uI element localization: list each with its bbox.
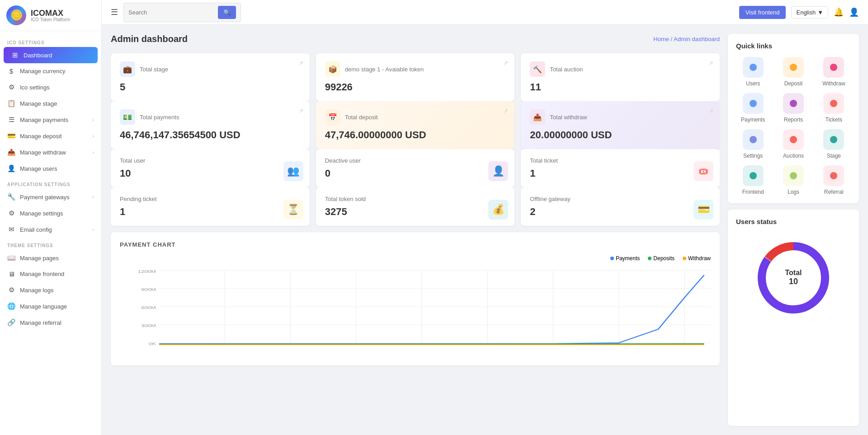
card-right-icon: ⏳ — [283, 200, 303, 220]
quick-link-label-tickets: Tickets — [826, 117, 843, 123]
card-header: 📦 demo stage 1 - Avaiable token — [325, 61, 506, 77]
nav-arrow-icon: › — [93, 227, 94, 232]
svg-text:10: 10 — [789, 277, 798, 286]
stat-card-offline-gateway[interactable]: Offline gateway 2 💳 — [521, 187, 720, 226]
nav-label-ico-settings: Ico settings — [20, 84, 50, 91]
quick-link-label-payments: Payments — [741, 117, 765, 123]
quick-link-logs[interactable]: Logs — [776, 165, 810, 195]
quick-links-title: Quick links — [736, 42, 851, 50]
quick-link-referral[interactable]: Referral — [817, 165, 851, 195]
quick-links-card: Quick links Users Deposit Withdraw — [728, 34, 859, 203]
logo-icon: 🪙 — [6, 5, 26, 25]
sidebar-item-manage-logs[interactable]: ⚙ Manage logs — [0, 282, 101, 298]
card-value: 20.00000000 USD — [530, 129, 711, 141]
stat-card-total-auction[interactable]: 🔨 Total auction 11 ↗ — [521, 53, 720, 101]
nav-icon-dashboard: ⊞ — [11, 51, 19, 59]
card-label: demo stage 1 - Avaiable token — [345, 66, 424, 73]
nav-icon-manage-currency: $ — [7, 67, 15, 75]
card-icon: 💵 — [120, 109, 135, 125]
svg-point-21 — [750, 100, 757, 107]
quick-link-payments[interactable]: Payments — [736, 93, 770, 123]
quick-link-label-stage: Stage — [827, 153, 841, 159]
stat-card-total-deposit[interactable]: 📅 Total deposit 47,746.00000000 USD ↗ — [316, 101, 515, 149]
sidebar-item-manage-settings[interactable]: ⚙ Manage settings — [0, 205, 101, 221]
stat-card-total-ticket[interactable]: Total ticket 1 🎟 — [521, 149, 720, 187]
quick-link-tickets[interactable]: Tickets — [817, 93, 851, 123]
stat-card-total-payments[interactable]: 💵 Total payments 46,746,147.35654500 USD… — [111, 101, 310, 149]
quick-link-icon-auctions — [783, 129, 804, 150]
quick-link-users[interactable]: Users — [736, 57, 770, 87]
svg-point-20 — [830, 64, 837, 71]
sidebar-item-manage-deposit[interactable]: 💳 Manage deposit › — [0, 128, 101, 144]
sidebar: 🪙 ICOMAX ICO Token Platform ICO SETTINGS… — [0, 0, 102, 435]
legend-item-deposits: Deposits — [648, 255, 675, 262]
user-profile-icon[interactable]: 👤 — [849, 7, 859, 17]
sidebar-item-manage-frontend[interactable]: 🖥 Manage frontend — [0, 266, 101, 282]
language-selector[interactable]: English ▼ — [791, 6, 828, 19]
nav-label-manage-currency: Manage currency — [20, 68, 65, 75]
nav-label-manage-stage: Manage stage — [20, 100, 57, 107]
quick-link-deposit[interactable]: Deposit — [776, 57, 810, 87]
quick-link-stage[interactable]: Stage — [817, 129, 851, 159]
search-button[interactable]: 🔍 — [218, 6, 236, 19]
quick-link-label-referral: Referral — [824, 189, 844, 195]
sidebar-item-manage-pages[interactable]: 📖 Manage pages — [0, 250, 101, 266]
chart-title: PAYMENT CHART — [120, 241, 711, 248]
quick-link-frontend[interactable]: Frontend — [736, 165, 770, 195]
stat-card-total-withdraw[interactable]: 📤 Total withdraw 20.00000000 USD ↗ — [521, 101, 720, 149]
nav-label-manage-language: Manage language — [20, 303, 67, 310]
hamburger-icon[interactable]: ☰ — [111, 7, 118, 17]
card-header: 📤 Total withdraw — [530, 109, 711, 125]
svg-point-28 — [790, 172, 797, 179]
svg-text:1200M: 1200M — [138, 269, 156, 274]
stat-card-pending-ticket[interactable]: Pending ticket 1 ⏳ — [111, 187, 310, 226]
legend-item-payments: Payments — [610, 255, 640, 262]
card-value: 99226 — [325, 81, 506, 93]
quick-link-label-users: Users — [746, 80, 760, 87]
stat-card-demo-stage-1---avaia[interactable]: 📦 demo stage 1 - Avaiable token 99226 ↗ — [316, 53, 515, 101]
stats-container: 💼 Total stage 5 ↗ 📦 demo stage 1 - Avaia… — [111, 53, 720, 226]
nav-icon-manage-withdraw: 📤 — [7, 148, 15, 156]
nav-label-manage-referral: Manage referral — [20, 319, 61, 326]
card-header: 💵 Total payments — [120, 109, 301, 125]
nav-label-manage-frontend: Manage frontend — [20, 271, 64, 277]
stat-card-total-stage[interactable]: 💼 Total stage 5 ↗ — [111, 53, 310, 101]
svg-text:0K: 0K — [149, 341, 156, 346]
sidebar-item-manage-stage[interactable]: 📋 Manage stage — [0, 95, 101, 112]
search-input[interactable] — [128, 9, 214, 16]
card-value: 46,746,147.35654500 USD — [120, 129, 301, 141]
sidebar-item-ico-settings[interactable]: ⚙ Ico settings — [0, 79, 101, 95]
card-arrow-icon: ↗ — [298, 60, 303, 66]
payment-chart-card: PAYMENT CHART PaymentsDepositsWithdraw — [111, 232, 720, 365]
sidebar-item-manage-payments[interactable]: ☰ Manage payments › — [0, 112, 101, 128]
quick-link-settings[interactable]: Settings — [736, 129, 770, 159]
nav-icon-manage-users: 👤 — [7, 164, 15, 173]
quick-link-icon-logs — [783, 165, 804, 186]
sidebar-item-manage-withdraw[interactable]: 📤 Manage withdraw › — [0, 144, 101, 160]
card-header: 🔨 Total auction — [530, 61, 711, 77]
stat-card-total-user[interactable]: Total user 10 👥 — [111, 149, 310, 187]
nav-icon-payment-gateways: 🔧 — [7, 193, 15, 201]
chart-legend: PaymentsDepositsWithdraw — [120, 255, 711, 262]
sidebar-item-dashboard[interactable]: ⊞ Dashboard — [4, 47, 98, 63]
quick-link-reports[interactable]: Reports — [776, 93, 810, 123]
quick-link-icon-tickets — [823, 93, 844, 114]
sidebar-item-manage-users[interactable]: 👤 Manage users — [0, 160, 101, 177]
nav-label-manage-withdraw: Manage withdraw — [20, 149, 66, 156]
quick-link-withdraw[interactable]: Withdraw — [817, 57, 851, 87]
stat-card-deactive-user[interactable]: Deactive user 0 👤 — [316, 149, 515, 187]
breadcrumb-home[interactable]: Home — [653, 36, 669, 42]
svg-point-22 — [790, 100, 797, 107]
card-label: Deactive user — [325, 157, 506, 164]
quick-link-label-auctions: Auctions — [783, 153, 804, 159]
visit-frontend-button[interactable]: Visit frontend — [739, 6, 786, 19]
sidebar-item-payment-gateways[interactable]: 🔧 Payment gateways › — [0, 189, 101, 205]
sidebar-item-email-config[interactable]: ✉ Email config › — [0, 221, 101, 238]
sidebar-item-manage-currency[interactable]: $ Manage currency — [0, 63, 101, 79]
quick-link-auctions[interactable]: Auctions — [776, 129, 810, 159]
notification-icon[interactable]: 🔔 — [834, 7, 844, 17]
sidebar-item-manage-language[interactable]: 🌐 Manage language — [0, 298, 101, 314]
sidebar-item-manage-referral[interactable]: 🔗 Manage referral — [0, 314, 101, 331]
stat-card-total-token-sold[interactable]: Total token sold 3275 💰 — [316, 187, 515, 226]
nav-section-label: APPLICATION SETTINGS — [0, 177, 101, 189]
